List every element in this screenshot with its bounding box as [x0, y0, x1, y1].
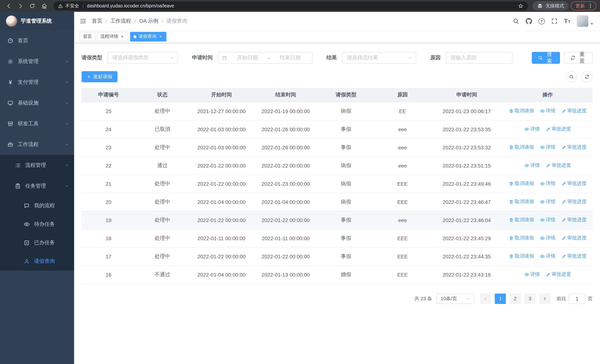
cancel-leave-link[interactable]: 取消请假: [509, 198, 534, 205]
approval-progress-link[interactable]: 审批进度: [561, 144, 586, 151]
address-bar[interactable]: 不安全 dashboard.yudao.iocoder.cn/bpm/oa/le…: [53, 1, 528, 10]
page-size-value: 10条/页: [441, 295, 457, 302]
cancel-leave-link[interactable]: 取消请假: [509, 253, 534, 260]
browser-reload-button[interactable]: [28, 1, 37, 11]
leave-type-select[interactable]: 请选择请假类型: [107, 52, 178, 64]
browser-menu-kebab-icon[interactable]: [587, 3, 593, 9]
toggle-search-button[interactable]: [566, 71, 577, 82]
cell-start-time: 2022-01-22 00:00:00: [189, 156, 253, 175]
cancel-leave-link[interactable]: 取消请假: [509, 235, 534, 242]
approval-progress-link[interactable]: 审批进度: [561, 108, 586, 114]
sidebar-item-label: 流程管理: [25, 162, 46, 169]
pen-icon: [561, 145, 566, 150]
sidebar-toggle-button[interactable]: [74, 18, 92, 24]
cell-end-time: 2022-01-26 00:00:00: [253, 138, 318, 156]
browser-update-button[interactable]: 更新: [571, 1, 596, 10]
sidebar-item-todo-tasks[interactable]: 待办任务: [0, 215, 74, 233]
app-logo[interactable]: 芋道管理系统: [0, 12, 74, 30]
cell-status: 处理中: [135, 102, 189, 120]
approval-progress-link[interactable]: 审批进度: [546, 162, 571, 169]
detail-link[interactable]: 详情: [540, 217, 555, 223]
cell-end-time: 2022-01-11 00:00:00: [253, 229, 318, 247]
breadcrumb-oa-example[interactable]: OA 示例: [139, 18, 159, 24]
cell-reason: EE: [374, 102, 431, 120]
sidebar-item-infrastructure[interactable]: 基础设施: [0, 93, 74, 113]
page-button-1[interactable]: 1: [495, 293, 506, 304]
font-size-icon[interactable]: [564, 19, 570, 24]
detail-link[interactable]: 详情: [525, 271, 540, 278]
next-page-button[interactable]: [539, 293, 550, 304]
breadcrumb-workflow[interactable]: 工作流程: [111, 18, 131, 24]
sidebar-item-done-tasks[interactable]: 已办任务: [0, 233, 74, 252]
tab-process-detail[interactable]: 流程详情: [97, 32, 128, 41]
approval-progress-link[interactable]: 审批进度: [561, 217, 586, 223]
cancel-leave-link[interactable]: 取消请假: [509, 108, 534, 114]
page-button-3[interactable]: 3: [525, 293, 535, 304]
sidebar-item-process-manage[interactable]: 流程管理: [0, 155, 74, 176]
detail-link[interactable]: 详情: [540, 235, 555, 242]
sidebar-item-devtools[interactable]: 研发工具: [0, 113, 74, 134]
create-leave-button[interactable]: 发起请假: [82, 71, 117, 82]
tab-close-icon[interactable]: [158, 34, 163, 39]
goto-page-input[interactable]: 1: [569, 293, 585, 304]
approval-progress-link[interactable]: 审批进度: [546, 126, 571, 132]
table-row: 16 不通过 2022-01-04 00:00:00 2022-01-13 00…: [82, 265, 593, 284]
sidebar-item-label: 待办任务: [34, 221, 55, 228]
tab-leave-query[interactable]: 请假查询: [130, 32, 166, 41]
cell-start-time: 2022-01-11 00:00:00: [189, 229, 253, 247]
user-menu[interactable]: [577, 15, 593, 27]
search-button[interactable]: 搜索: [532, 52, 560, 64]
tab-home[interactable]: 首页: [80, 32, 95, 41]
hamburger-icon: [80, 18, 86, 24]
trash-icon: [509, 145, 514, 150]
sidebar-item-workflow[interactable]: 工作流程: [0, 134, 74, 155]
refresh-table-button[interactable]: [581, 71, 593, 82]
approval-progress-link[interactable]: 审批进度: [561, 253, 586, 260]
sidebar-item-my-process[interactable]: 我的流程: [0, 196, 74, 215]
apply-time-range-picker[interactable]: 开始日期 - 结束日期: [218, 52, 312, 64]
page-button-2[interactable]: 2: [510, 293, 521, 304]
approval-progress-link[interactable]: 审批进度: [546, 271, 571, 278]
detail-link[interactable]: 详情: [540, 253, 555, 260]
cell-start-time: 2021-12-27 00:00:00: [189, 102, 253, 120]
cancel-leave-link[interactable]: 取消请假: [509, 217, 534, 223]
search-icon[interactable]: [513, 18, 519, 24]
approval-progress-link[interactable]: 审批进度: [561, 180, 586, 187]
detail-link[interactable]: 详情: [540, 108, 555, 114]
chevron-down-icon: [65, 163, 69, 167]
sidebar-item-system-manage[interactable]: 系统管理: [0, 51, 74, 72]
cancel-leave-link[interactable]: 取消请假: [509, 144, 534, 151]
github-icon[interactable]: [525, 18, 532, 24]
browser-forward-button[interactable]: [16, 1, 25, 11]
cell-apply-id: 22: [82, 156, 135, 175]
detail-link[interactable]: 详情: [540, 180, 555, 187]
sidebar-item-home[interactable]: 首页: [0, 30, 74, 51]
page-size-select[interactable]: 10条/页: [437, 293, 474, 304]
sidebar-item-task-manage[interactable]: 任务管理: [0, 176, 74, 196]
user-avatar: [577, 15, 589, 27]
browser-home-button[interactable]: [39, 1, 49, 11]
prev-page-button[interactable]: [480, 293, 491, 304]
sidebar-item-leave-query[interactable]: 请假查询: [0, 252, 74, 271]
bookmark-star-icon[interactable]: [518, 3, 524, 9]
approval-progress-link[interactable]: 审批进度: [561, 198, 586, 205]
detail-label: 详情: [546, 217, 555, 223]
cancel-leave-link[interactable]: 取消请假: [509, 180, 534, 187]
fullscreen-icon[interactable]: [551, 18, 558, 24]
approval-progress-label: 审批进度: [552, 162, 571, 169]
sidebar-item-label: 请假查询: [34, 258, 55, 265]
breadcrumb-home[interactable]: 首页: [92, 18, 102, 24]
detail-link[interactable]: 详情: [540, 198, 555, 205]
browser-back-button[interactable]: [4, 1, 13, 11]
detail-link[interactable]: 详情: [525, 126, 540, 132]
reason-input[interactable]: 请输入原因: [446, 52, 513, 64]
detail-link[interactable]: 详情: [525, 162, 540, 169]
sidebar-item-payment-manage[interactable]: 支付管理: [0, 72, 74, 93]
result-select[interactable]: 请选择流结果: [342, 52, 416, 64]
detail-link[interactable]: 详情: [540, 144, 555, 151]
reset-button[interactable]: 重置: [564, 52, 593, 64]
approval-progress-link[interactable]: 审批进度: [561, 235, 586, 242]
tab-close-icon[interactable]: [120, 34, 125, 39]
help-icon[interactable]: [538, 18, 545, 24]
chevron-up-icon: [65, 143, 69, 146]
